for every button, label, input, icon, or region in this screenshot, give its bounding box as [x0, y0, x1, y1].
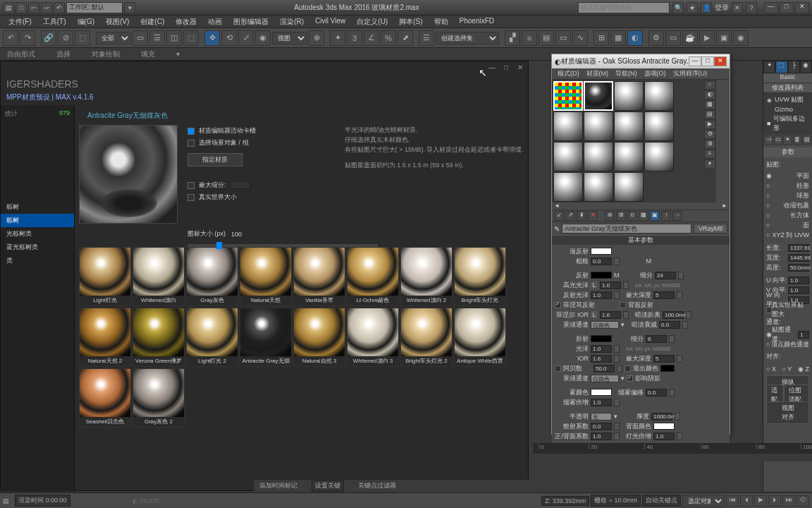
assign-button[interactable]: 指定材质 — [187, 153, 242, 167]
menu-item[interactable]: 渲染(R) — [274, 16, 309, 28]
scale-icon[interactable]: ⤢ — [238, 30, 254, 46]
slot-next[interactable]: ► — [722, 202, 727, 210]
auto-key-btn[interactable]: 自动关键点 — [642, 495, 681, 507]
set-key-btn[interactable]: 设置关键 — [312, 480, 344, 492]
show-map-icon[interactable]: ▦ — [639, 211, 648, 221]
icon-size-slider[interactable] — [187, 244, 378, 247]
render-setup-icon[interactable]: ⚙ — [648, 30, 664, 46]
sample-type-icon[interactable]: ○ — [704, 80, 715, 90]
key-filter[interactable]: 选定对象 — [682, 495, 725, 507]
new-btn[interactable]: □ — [16, 2, 27, 13]
ribbon-tab[interactable]: 对象绘制 — [92, 49, 120, 59]
link-icon[interactable]: 🔗 — [41, 30, 56, 46]
max-btn[interactable]: □ — [780, 2, 794, 13]
snap-icon[interactable]: 3 — [347, 30, 362, 46]
sample-slot[interactable] — [614, 81, 644, 111]
material-thumb[interactable]: Verona Green佛罗意迪 — [133, 308, 185, 367]
menu-item[interactable]: Civil View — [309, 16, 351, 28]
diffuse-swatch[interactable] — [591, 248, 612, 255]
mat-nav-icon[interactable]: ≡ — [704, 150, 715, 159]
help-search[interactable] — [578, 2, 670, 13]
material-thumb[interactable]: Bright车头灯光 — [454, 247, 506, 306]
user-icon[interactable]: 👤 — [701, 2, 712, 13]
uv-icon[interactable]: ▤ — [704, 110, 715, 119]
menu-item[interactable]: 修改器 — [170, 16, 202, 28]
delete-icon[interactable]: ✕ — [588, 211, 598, 221]
ref-coord[interactable]: 视图 — [272, 32, 307, 44]
schematic-icon[interactable]: ⊞ — [593, 30, 609, 46]
ribbon-icon[interactable]: ▭ — [555, 30, 571, 46]
material-thumb[interactable]: Natural自然 3 — [293, 308, 345, 367]
mod-item[interactable]: ◈UVW 贴图 — [765, 95, 811, 105]
mated-menu[interactable]: 模式(D) — [555, 68, 582, 79]
go-fwd-icon[interactable]: → — [672, 211, 682, 221]
cat-item[interactable]: 栎树 — [1, 214, 74, 227]
apply-sel-chk[interactable] — [187, 140, 195, 147]
pick-icon[interactable]: ✎ — [554, 225, 560, 233]
menu-item[interactable]: 文件(F) — [3, 16, 37, 28]
sample-slot[interactable] — [584, 81, 613, 111]
params-rollout[interactable]: 参数 — [763, 147, 812, 157]
bg-icon[interactable]: ▦ — [704, 100, 715, 109]
cat-item[interactable]: 类 — [1, 254, 74, 267]
matlib-icon[interactable]: ▦ — [610, 30, 626, 46]
next-frame-icon[interactable]: ⏵ — [768, 495, 781, 507]
make-unique-icon[interactable]: ⊕ — [605, 211, 615, 221]
play-icon[interactable]: ▶ — [754, 495, 767, 507]
menu-item[interactable]: 动画 — [202, 16, 228, 28]
show-end-icon[interactable]: ▣ — [650, 211, 660, 221]
refl-swatch[interactable] — [591, 272, 612, 279]
sample-slot[interactable] — [614, 142, 644, 171]
rotate-icon[interactable]: ⟲ — [221, 30, 237, 46]
undo-btn[interactable]: ↶ — [54, 2, 65, 13]
rect-sel-icon[interactable]: ◫ — [166, 30, 182, 46]
workspace-combo[interactable]: 工作区: 默认 — [66, 2, 123, 13]
fresnel-chk[interactable] — [555, 302, 561, 308]
menu-item[interactable]: 脚本(S) — [393, 16, 428, 28]
sample-slot[interactable] — [553, 142, 583, 171]
motion-tab-icon[interactable]: ◉ — [800, 61, 812, 73]
window-sel-icon[interactable]: ⬚ — [183, 30, 199, 46]
material-thumb[interactable]: Natural天然 2 — [79, 308, 131, 367]
material-thumb[interactable]: Whitened漂白 — [133, 247, 185, 306]
vmpp-min[interactable]: — — [487, 64, 497, 73]
menu-item[interactable]: 工具(T) — [37, 16, 72, 28]
material-thumb[interactable]: Seashell贝壳色 — [79, 368, 131, 428]
vmpp-max[interactable]: □ — [501, 64, 511, 73]
render-prod-icon[interactable]: ▣ — [716, 30, 732, 46]
mod-item[interactable]: Gizmo — [765, 105, 811, 114]
show-icon[interactable]: ▭ — [774, 135, 783, 145]
menu-item[interactable]: 帮助 — [429, 16, 454, 28]
unique-icon[interactable]: ✦ — [783, 135, 792, 145]
sample-slot[interactable] — [584, 172, 613, 202]
mated-max[interactable]: □ — [701, 56, 714, 66]
move-icon[interactable]: ✥ — [204, 30, 220, 46]
ribbon-tab[interactable]: 自由形式 — [7, 49, 35, 59]
timeline[interactable]: 0 20 40 60 80 100 — [533, 443, 812, 461]
put-mat-icon[interactable]: ↗ — [565, 211, 575, 221]
slot-prev[interactable]: ◄ — [554, 202, 560, 210]
menu-item[interactable]: 编(G) — [72, 16, 100, 28]
login-link[interactable]: 登录 — [715, 3, 729, 13]
cfg-icon[interactable]: ▤ — [802, 135, 811, 145]
mated-close[interactable]: ✕ — [714, 56, 727, 66]
sub-icon[interactable]: ★ — [687, 2, 698, 13]
hier-tab-icon[interactable]: ├ — [788, 61, 800, 73]
view-align-button[interactable]: 视图对齐 — [766, 401, 809, 424]
material-thumb[interactable]: Whitened漂白 3 — [347, 308, 399, 367]
align-icon[interactable]: ≡ — [522, 30, 537, 46]
layer-icon[interactable]: ▤ — [539, 30, 554, 46]
mated-min[interactable]: — — [689, 56, 701, 66]
ws-drop[interactable]: ▾ — [124, 2, 135, 13]
time-cfg-icon[interactable]: ⏲ — [796, 495, 809, 507]
material-thumb[interactable]: Light灯光 — [79, 247, 131, 306]
material-thumb[interactable]: Natural天然 — [240, 247, 292, 306]
material-thumb[interactable]: Whitened漂白 2 — [400, 247, 453, 306]
named-sel-combo[interactable]: 创建选择集 — [436, 32, 499, 44]
cat-item[interactable]: 光栎树类 — [1, 227, 74, 241]
mated-menu[interactable]: 导航(N) — [613, 68, 640, 79]
maxscript-icon[interactable]: ▤ — [3, 497, 9, 504]
sample-slot[interactable] — [584, 142, 613, 171]
assign-icon[interactable]: ⬇ — [577, 211, 586, 221]
real-world-chk[interactable] — [187, 194, 195, 201]
